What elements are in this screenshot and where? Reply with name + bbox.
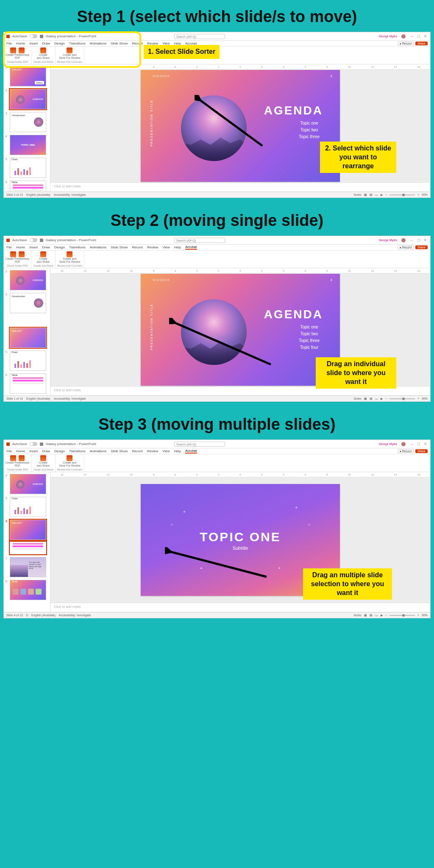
lang-icon[interactable]: ⎘: [26, 614, 28, 617]
preferences-icon[interactable]: [19, 251, 25, 257]
tab-view[interactable]: View: [162, 449, 170, 453]
thumb-8[interactable]: TEAM: [10, 580, 46, 600]
thumb-3[interactable]: Introduction: [10, 112, 46, 132]
language[interactable]: English (Australia): [31, 614, 56, 617]
maximize-button[interactable]: ▢: [417, 238, 421, 242]
language[interactable]: English (Australia): [26, 193, 50, 196]
tab-file[interactable]: File: [6, 245, 12, 249]
zoom-slider[interactable]: [389, 615, 415, 616]
view-normal-icon[interactable]: ▦: [364, 193, 367, 197]
thumb-5[interactable]: Chart: [10, 351, 46, 371]
tab-animations[interactable]: Animations: [90, 449, 107, 453]
close-button[interactable]: ✕: [423, 238, 428, 242]
thumb-drag-a[interactable]: GALAXY: [10, 520, 46, 540]
view-slideshow-icon[interactable]: ▶: [381, 397, 383, 401]
preferences-icon[interactable]: [19, 455, 25, 461]
accessibility[interactable]: Accessibility: Investigate: [54, 193, 86, 196]
view-normal-icon[interactable]: ▦: [364, 614, 367, 617]
view-sorter-icon[interactable]: ▤: [370, 614, 373, 617]
thumb-2[interactable]: AGENDA: [10, 474, 46, 494]
user-avatar[interactable]: [401, 34, 406, 39]
save-icon[interactable]: [40, 442, 43, 446]
slide-canvas[interactable]: 9/3/20XX 2 PRESENTATION TITLE AGENDA Top…: [50, 273, 430, 386]
search-box[interactable]: Search (Alt+Q): [174, 238, 225, 243]
user-name[interactable]: George Myles: [378, 35, 397, 38]
tab-view[interactable]: View: [162, 245, 170, 249]
tab-file[interactable]: File: [6, 449, 12, 453]
view-reading-icon[interactable]: ▭: [375, 193, 378, 197]
user-avatar[interactable]: [401, 238, 406, 242]
thumb-dragging[interactable]: GALAXY: [10, 328, 46, 348]
tab-home[interactable]: Home: [16, 245, 25, 249]
tab-insert[interactable]: Insert: [29, 245, 38, 249]
view-normal-icon[interactable]: ▦: [364, 397, 367, 401]
share-button[interactable]: Share: [415, 245, 428, 249]
autosave-toggle[interactable]: [30, 442, 37, 446]
minimize-button[interactable]: —: [410, 238, 414, 242]
minimize-button[interactable]: —: [410, 442, 414, 446]
notes-button[interactable]: Notes: [354, 397, 362, 400]
tab-home[interactable]: Home: [16, 449, 25, 453]
accessibility[interactable]: Accessibility: Investigate: [54, 397, 86, 400]
tab-record[interactable]: Record: [132, 449, 143, 453]
zoom-slider[interactable]: [389, 398, 415, 399]
notes-button[interactable]: Notes: [354, 614, 362, 617]
tab-design[interactable]: Design: [54, 449, 65, 453]
autosave-toggle[interactable]: [30, 238, 37, 242]
record-button[interactable]: ● Record: [398, 449, 414, 453]
search-box[interactable]: Search (Alt+Q): [174, 442, 225, 447]
tab-design[interactable]: Design: [54, 245, 65, 249]
zoom-slider[interactable]: [389, 195, 415, 195]
tab-transitions[interactable]: Transitions: [69, 245, 86, 249]
slide-canvas[interactable]: 9/3/20XX 2 PRESENTATION TITLE AGENDA Top…: [50, 70, 430, 182]
record-button[interactable]: ● Record: [398, 245, 414, 249]
send-review-icon[interactable]: [67, 455, 72, 461]
slide-panel[interactable]: 2AGENDA 5Chart 3GALAXY 7The way to get s…: [4, 472, 50, 612]
maximize-button[interactable]: ▢: [417, 442, 421, 446]
accessibility[interactable]: Accessibility: Investigate: [59, 614, 91, 617]
close-button[interactable]: ✕: [423, 34, 428, 38]
user-name[interactable]: George Myles: [378, 442, 397, 445]
tab-animations[interactable]: Animations: [90, 245, 107, 249]
view-sorter-icon[interactable]: ▤: [370, 193, 373, 197]
tab-insert[interactable]: Insert: [29, 449, 38, 453]
thumb-7[interactable]: The way to get started is to quit talkin…: [10, 557, 46, 577]
language[interactable]: English (Australia): [26, 397, 50, 400]
share-button[interactable]: Share: [415, 449, 428, 453]
notes-pane[interactable]: Click to add notes: [50, 603, 430, 612]
record-button[interactable]: ● Record: [398, 42, 414, 45]
user-name[interactable]: George Myles: [378, 239, 397, 242]
slide-panel[interactable]: 2AGENDA 3Introduction GALAXY 5Chart 6Tab…: [4, 268, 50, 395]
notes-button[interactable]: Notes: [354, 193, 362, 196]
share-button[interactable]: Share: [415, 42, 428, 45]
thumb-1[interactable]: GALAXYGalaxy: [10, 66, 46, 86]
thumb-6[interactable]: Table: [10, 181, 46, 192]
view-reading-icon[interactable]: ▭: [375, 397, 378, 401]
thumb-drag-b[interactable]: [10, 542, 46, 554]
thumb-5[interactable]: Chart: [10, 158, 46, 178]
maximize-button[interactable]: ▢: [417, 34, 421, 38]
create-pdf-icon[interactable]: [10, 455, 16, 461]
thumb-4[interactable]: TOPIC ONE: [10, 135, 46, 155]
search-box[interactable]: Search (Alt+Q): [174, 34, 225, 39]
thumb-3[interactable]: Introduction: [10, 293, 46, 313]
tab-draw[interactable]: Draw: [42, 449, 50, 453]
tab-slideshow[interactable]: Slide Show: [111, 245, 128, 249]
view-reading-icon[interactable]: ▭: [375, 614, 378, 617]
view-slideshow-icon[interactable]: ▶: [381, 614, 383, 617]
tab-help[interactable]: Help: [174, 245, 181, 249]
thumb-6[interactable]: Table: [10, 373, 46, 394]
thumb-5[interactable]: Chart: [10, 497, 46, 517]
user-avatar[interactable]: [401, 442, 406, 446]
tab-record[interactable]: Record: [132, 245, 143, 249]
thumb-2[interactable]: AGENDA: [10, 89, 46, 109]
thumb-2[interactable]: AGENDA: [10, 270, 46, 290]
slide-canvas[interactable]: + ○ + ○ + + TOPIC ONE Subtitle Drag an m…: [50, 477, 430, 603]
save-icon[interactable]: [40, 239, 43, 242]
tab-draw[interactable]: Draw: [42, 245, 50, 249]
view-slideshow-icon[interactable]: ▶: [381, 193, 383, 197]
create-share-icon[interactable]: [40, 455, 46, 461]
tab-help[interactable]: Help: [174, 449, 181, 453]
minimize-button[interactable]: —: [410, 34, 414, 38]
tab-acrobat[interactable]: Acrobat: [185, 449, 197, 453]
